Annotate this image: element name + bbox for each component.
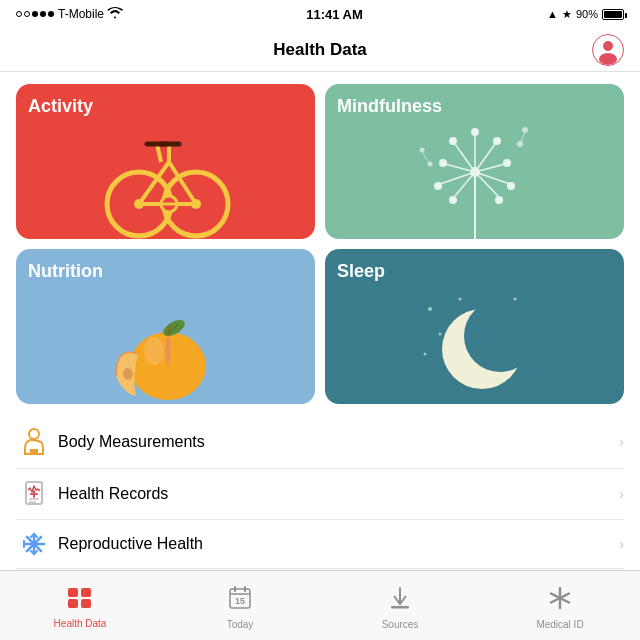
nav-header: Health Data	[0, 28, 640, 72]
tab-sources[interactable]: Sources	[320, 582, 480, 630]
svg-point-35	[449, 137, 457, 145]
svg-point-32	[449, 196, 457, 204]
status-time: 11:41 AM	[306, 7, 363, 22]
battery-icon	[602, 9, 624, 20]
svg-point-41	[419, 148, 424, 153]
nutrition-card[interactable]: Nutrition	[16, 249, 315, 404]
nutrition-card-label: Nutrition	[16, 249, 315, 282]
svg-point-54	[458, 298, 461, 301]
medical-id-tab-label: Medical ID	[536, 619, 583, 630]
mindfulness-card-label: Mindfulness	[325, 84, 624, 117]
svg-point-48	[428, 307, 432, 311]
svg-point-27	[471, 128, 479, 136]
body-measurements-icon	[16, 428, 52, 456]
svg-rect-80	[68, 599, 78, 608]
signal-dot-2	[24, 11, 30, 17]
mindfulness-illustration	[325, 114, 624, 239]
svg-point-1	[599, 53, 617, 65]
svg-point-33	[434, 182, 442, 190]
activity-card[interactable]: Activity	[16, 84, 315, 239]
signal-dot-5	[48, 11, 54, 17]
sleep-illustration	[325, 284, 624, 404]
list-item-body-measurements[interactable]: Body Measurements ›	[16, 416, 624, 469]
health-records-icon	[16, 481, 52, 507]
status-right: ▲ ★ 90%	[547, 8, 624, 21]
sources-tab-label: Sources	[382, 619, 419, 630]
svg-point-31	[495, 196, 503, 204]
list-item-reproductive-health[interactable]: Reproductive Health ›	[16, 520, 624, 569]
svg-point-34	[439, 159, 447, 167]
nav-title: Health Data	[273, 40, 367, 60]
activity-illustration	[16, 124, 315, 239]
body-measurements-chevron: ›	[619, 434, 624, 450]
svg-line-40	[422, 152, 430, 164]
svg-rect-79	[81, 588, 91, 597]
status-left: T-Mobile	[16, 7, 122, 22]
svg-rect-81	[81, 599, 91, 608]
svg-point-47	[123, 368, 133, 380]
reproductive-health-icon	[16, 532, 52, 556]
svg-point-0	[603, 41, 613, 51]
svg-point-30	[507, 182, 515, 190]
medical-id-tab-icon	[549, 586, 571, 616]
reproductive-health-label: Reproductive Health	[58, 535, 619, 553]
svg-rect-87	[391, 606, 409, 609]
cards-grid: Activity	[16, 84, 624, 404]
sleep-card[interactable]: Sleep	[325, 249, 624, 404]
body-measurements-label: Body Measurements	[58, 433, 619, 451]
signal-dots	[16, 11, 54, 17]
mindfulness-card[interactable]: Mindfulness	[325, 84, 624, 239]
svg-point-49	[513, 298, 516, 301]
location-icon: ▲	[547, 8, 558, 20]
status-bar: T-Mobile 11:41 AM ▲ ★ 90%	[0, 0, 640, 28]
tab-today[interactable]: 15 Today	[160, 582, 320, 630]
svg-line-12	[157, 144, 161, 162]
svg-point-29	[503, 159, 511, 167]
svg-rect-78	[68, 588, 78, 597]
bluetooth-icon: ★	[562, 8, 572, 21]
sleep-card-label: Sleep	[325, 249, 624, 282]
wifi-icon	[108, 7, 122, 22]
nutrition-illustration	[16, 286, 315, 404]
today-tab-icon: 15	[229, 586, 251, 616]
health-data-tab-label: Health Data	[54, 618, 107, 629]
signal-dot-1	[16, 11, 22, 17]
tab-medical-id[interactable]: Medical ID	[480, 582, 640, 630]
svg-point-28	[493, 137, 501, 145]
svg-point-52	[438, 333, 441, 336]
activity-card-label: Activity	[16, 84, 315, 117]
list-item-health-records[interactable]: Health Records ›	[16, 469, 624, 520]
svg-point-38	[522, 127, 528, 133]
svg-point-51	[423, 353, 426, 356]
today-tab-label: Today	[227, 619, 254, 630]
sources-tab-icon	[389, 586, 411, 616]
svg-line-37	[520, 132, 525, 144]
svg-point-58	[29, 429, 39, 439]
carrier-label: T-Mobile	[58, 7, 104, 21]
main-content: Activity	[0, 72, 640, 640]
svg-point-57	[464, 300, 536, 372]
signal-dot-3	[32, 11, 38, 17]
svg-text:15: 15	[235, 596, 245, 606]
reproductive-health-chevron: ›	[619, 536, 624, 552]
tab-bar: Health Data 15 Today Sources	[0, 570, 640, 640]
health-records-label: Health Records	[58, 485, 619, 503]
tab-health-data[interactable]: Health Data	[0, 583, 160, 629]
signal-dot-4	[40, 11, 46, 17]
health-data-tab-icon	[67, 587, 93, 615]
svg-point-43	[144, 337, 164, 365]
battery-percent: 90%	[576, 8, 598, 20]
avatar-circle	[592, 34, 624, 66]
profile-avatar-button[interactable]	[592, 34, 624, 66]
health-records-chevron: ›	[619, 486, 624, 502]
